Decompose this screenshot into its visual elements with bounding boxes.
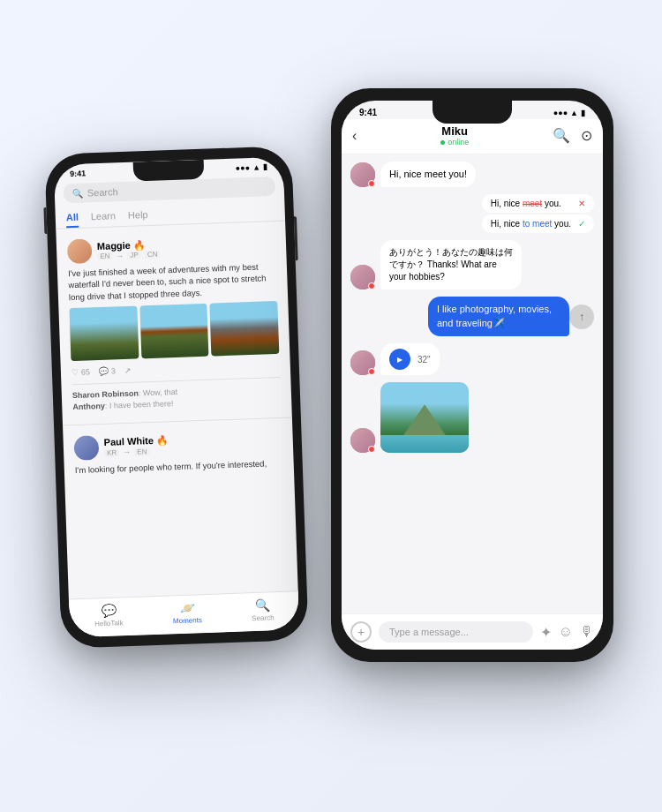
hellotalk-icon: 💬 [101, 604, 117, 619]
post-1-user-info: Maggie 🔥 EN→ JP CN [97, 234, 276, 260]
sparkle-icon[interactable]: ✦ [540, 624, 552, 641]
back-status-icons: ●●● ▲ ▮ [236, 162, 268, 172]
nav-search[interactable]: 🔍 Search [251, 598, 274, 622]
post-1-image-2 [139, 304, 209, 359]
avatar-online-badge-2 [368, 282, 375, 289]
post-1-images [69, 301, 279, 361]
signal-icon: ●●● [236, 163, 251, 173]
back-arrow-icon[interactable]: ‹ [352, 128, 357, 144]
wifi-icon: ▲ [252, 163, 260, 172]
msg-row-correction: Hi, nice meet you. ✕ Hi, nice to meet yo… [350, 194, 594, 233]
plus-icon: + [357, 625, 365, 639]
audio-bubble: ▶ 32" [380, 343, 440, 375]
miku-avatar-1 [350, 162, 375, 187]
comment-icon: 💬 [99, 367, 109, 376]
nav-hellotalk-label: HelloTalk [94, 619, 124, 628]
msg-bubble-1: Hi, nice meet you! [380, 162, 476, 187]
emoji-icon[interactable]: ☺ [559, 624, 573, 640]
share-action[interactable]: ↗ [124, 366, 132, 375]
search-icon: 🔍 [72, 188, 83, 198]
msg-row-photo [350, 382, 594, 453]
tab-help[interactable]: Help [128, 206, 148, 226]
like-action[interactable]: ♡ 65 [71, 367, 90, 377]
audio-duration: 32" [418, 355, 431, 365]
post-2-text: I'm looking for people who term. If you'… [75, 457, 283, 477]
search-chat-icon[interactable]: 🔍 [553, 127, 570, 144]
nav-search-icon: 🔍 [255, 598, 271, 613]
back-bottom-nav: 💬 HelloTalk 🪐 Moments 🔍 Search [69, 590, 299, 637]
mic-icon[interactable]: 🎙 [580, 624, 594, 640]
moments-icon: 🪐 [179, 600, 195, 615]
msg-bubble-3: I like photography, movies, and travelin… [428, 297, 569, 336]
post-1-image-1 [69, 305, 139, 361]
front-phone: 9:41 ●●● ▲ ▮ ‹ Miku online � [331, 88, 613, 662]
online-label: online [448, 138, 469, 147]
msg-row-2: ありがとう！あなたの趣味は何ですか？ Thanks! What are your… [350, 240, 594, 289]
chat-input-icons: ✦ ☺ 🎙 [540, 624, 594, 641]
post-1-actions: ♡ 65 💬 3 ↗ [71, 359, 280, 379]
nav-moments-label: Moments [173, 616, 202, 625]
online-dot [440, 140, 445, 145]
chat-input-bar: + Type a message... ✦ ☺ 🎙 [342, 613, 603, 650]
water-shape [380, 435, 469, 453]
msg-row-audio: ▶ 32" [350, 343, 594, 375]
correction-original: Hi, nice meet you. ✕ [482, 194, 594, 213]
miku-avatar-3 [350, 350, 375, 375]
msg-text-3: I like photography, movies, and travelin… [437, 304, 552, 327]
msg-row-3: I like photography, movies, and travelin… [350, 297, 569, 336]
back-time: 9:41 [70, 169, 86, 178]
correction-text-original: Hi, nice meet you. [491, 199, 561, 208]
play-button[interactable]: ▶ [389, 349, 410, 370]
avatar-online-badge-3 [368, 368, 375, 375]
post-2-user-info: Paul White 🔥 KR→ EN [104, 431, 283, 457]
settings-icon[interactable]: ⊙ [581, 127, 592, 144]
front-content: 9:41 ●●● ▲ ▮ ‹ Miku online � [342, 101, 603, 650]
nav-search-label: Search [252, 613, 275, 622]
back-search-bar[interactable]: 🔍 Search [63, 177, 275, 203]
tab-learn[interactable]: Learn [91, 207, 117, 227]
attachment-button[interactable]: + [350, 621, 372, 643]
miku-avatar-4 [350, 428, 375, 453]
correction-text-fixed: Hi, nice to meet you. [491, 219, 571, 229]
lang-en: EN [97, 252, 112, 260]
tab-all[interactable]: All [65, 208, 79, 228]
sent-row-with-scroll: I like photography, movies, and travelin… [350, 297, 594, 336]
correction-x-icon: ✕ [578, 199, 585, 208]
heart-icon: ♡ [71, 368, 79, 377]
correction-fixed: Hi, nice to meet you. ✓ [482, 214, 594, 233]
avatar-online-badge-4 [368, 446, 375, 453]
nav-hellotalk[interactable]: 💬 HelloTalk [94, 603, 123, 628]
share-icon: ↗ [124, 366, 132, 375]
front-wifi-icon: ▲ [570, 109, 578, 117]
photo-landscape [380, 382, 469, 453]
msg-row-1: Hi, nice meet you! [350, 162, 594, 187]
lang-cn: CN [145, 251, 161, 259]
nav-moments[interactable]: 🪐 Moments [172, 600, 202, 625]
lang-kr: KR [104, 448, 119, 457]
lang-jp: JP [127, 251, 141, 259]
post-1: Maggie 🔥 EN→ JP CN I've just finished a … [56, 227, 291, 420]
chat-partner-name: Miku [440, 124, 469, 138]
avatar-online-badge [368, 180, 375, 187]
post-1-user-row: Maggie 🔥 EN→ JP CN [67, 232, 276, 264]
msg-text-1: Hi, nice meet you! [389, 169, 467, 179]
comment-action[interactable]: 💬 3 [99, 366, 116, 376]
front-signal-icon: ●●● [553, 109, 568, 117]
msg-text-2: ありがとう！あなたの趣味は何ですか？ Thanks! What are your… [389, 247, 513, 282]
back-content: 9:41 ●●● ▲ ▮ 🔍 Search All Learn Help [54, 157, 300, 638]
post-1-avatar [67, 238, 93, 264]
front-status-icons: ●●● ▲ ▮ [553, 109, 585, 117]
chat-header-actions: 🔍 ⊙ [553, 127, 592, 144]
msg-bubble-2: ありがとう！あなたの趣味は何ですか？ Thanks! What are your… [380, 240, 522, 289]
post-1-image-3 [210, 301, 280, 357]
miku-avatar-2 [350, 265, 375, 289]
comment-count: 3 [111, 366, 116, 375]
message-input[interactable]: Type a message... [379, 621, 533, 643]
front-time: 9:41 [359, 108, 377, 117]
back-tabs: All Learn Help [55, 201, 285, 229]
chat-header: ‹ Miku online 🔍 ⊙ [342, 119, 603, 154]
scroll-up-button[interactable]: ↑ [569, 304, 594, 329]
front-phone-screen: 9:41 ●●● ▲ ▮ ‹ Miku online � [342, 101, 603, 650]
photo-bubble[interactable] [380, 382, 469, 453]
post-2: Paul White 🔥 KR→ EN I'm looking for peop… [63, 423, 294, 486]
